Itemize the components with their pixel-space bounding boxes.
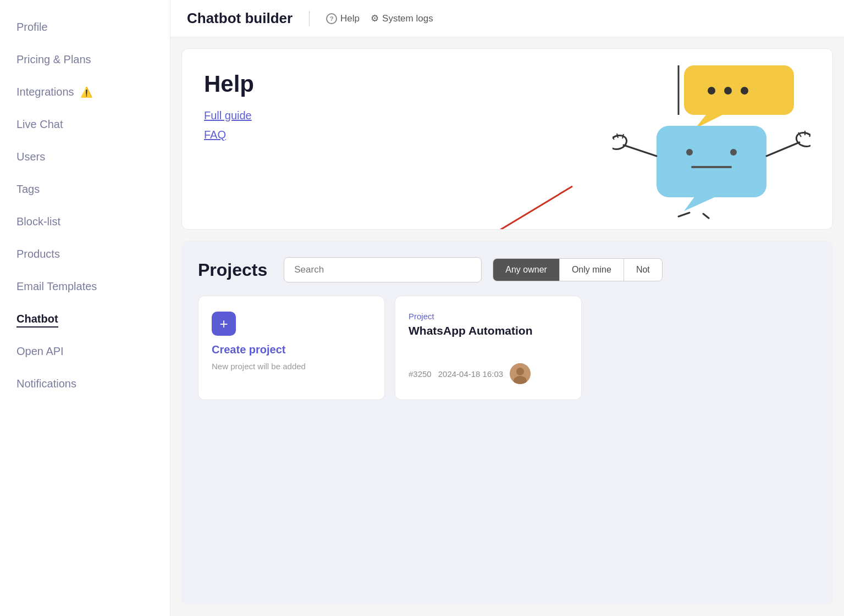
filter-not[interactable]: Not [624, 259, 662, 281]
page-title: Chatbot builder [187, 10, 293, 27]
avatar [510, 363, 531, 384]
sidebar-item-block-list[interactable]: Block-list [0, 206, 170, 238]
project-id: #3250 [409, 369, 432, 379]
svg-point-2 [708, 87, 715, 95]
sidebar-item-products[interactable]: Products [0, 238, 170, 270]
sidebar-item-chatbot[interactable]: Chatbot [0, 303, 170, 335]
warning-icon: ⚠️ [80, 87, 92, 98]
header: Chatbot builder ? Help ⚙ System logs [170, 0, 844, 37]
sidebar-item-open-api[interactable]: Open API [0, 335, 170, 368]
sidebar: Profile Pricing & Plans Integrations ⚠️ … [0, 0, 170, 616]
system-logs-link[interactable]: ⚙ System logs [371, 13, 433, 24]
svg-line-16 [766, 142, 799, 156]
svg-point-26 [516, 368, 524, 375]
svg-line-21 [678, 213, 689, 217]
svg-rect-0 [684, 65, 794, 115]
robot-illustration [613, 60, 810, 219]
svg-rect-6 [657, 126, 766, 197]
sidebar-item-email-templates[interactable]: Email Templates [0, 270, 170, 303]
sidebar-item-tags[interactable]: Tags [0, 173, 170, 206]
create-project-button[interactable]: + [212, 312, 236, 336]
create-project-label[interactable]: Create project [212, 343, 371, 356]
sidebar-item-live-chat[interactable]: Live Chat [0, 108, 170, 141]
project-name: WhatsApp Automation [409, 324, 568, 337]
project-type: Project [409, 312, 568, 321]
svg-point-12 [613, 133, 628, 151]
system-logs-label: System logs [382, 13, 433, 24]
projects-section: Projects Any owner Only mine Not + Creat… [181, 241, 833, 605]
svg-point-17 [795, 130, 810, 148]
svg-marker-7 [684, 196, 717, 211]
main-content: Chatbot builder ? Help ⚙ System logs Hel… [170, 0, 844, 616]
sidebar-item-integrations[interactable]: Integrations ⚠️ [0, 76, 170, 108]
help-label: Help [340, 13, 360, 24]
system-logs-icon: ⚙ [371, 13, 379, 24]
svg-line-24 [413, 186, 572, 230]
header-divider [309, 11, 310, 26]
create-project-card: + Create project New project will be add… [198, 296, 385, 400]
help-link[interactable]: ? Help [326, 13, 360, 24]
filter-any-owner[interactable]: Any owner [493, 259, 560, 281]
project-meta: #3250 2024-04-18 16:03 [409, 363, 568, 384]
sidebar-item-profile[interactable]: Profile [0, 11, 170, 43]
help-section: Help Full guide FAQ [181, 48, 833, 230]
svg-point-9 [730, 149, 737, 156]
sidebar-item-users[interactable]: Users [0, 141, 170, 173]
filter-only-mine[interactable]: Only mine [560, 259, 624, 281]
help-icon: ? [326, 13, 337, 24]
arrow-svg [363, 181, 583, 230]
project-date: 2024-04-18 16:03 [438, 369, 503, 379]
create-project-desc: New project will be added [212, 362, 371, 371]
svg-line-15 [622, 134, 624, 138]
projects-cards: + Create project New project will be add… [198, 296, 817, 400]
svg-point-3 [724, 87, 732, 95]
svg-line-14 [617, 134, 618, 138]
projects-header: Projects Any owner Only mine Not [198, 257, 817, 282]
project-card-whatsapp[interactable]: Project WhatsApp Automation #3250 2024-0… [395, 296, 582, 400]
svg-line-22 [703, 214, 709, 218]
projects-title: Projects [198, 260, 267, 280]
search-input[interactable] [284, 257, 482, 282]
sidebar-item-pricing[interactable]: Pricing & Plans [0, 43, 170, 76]
svg-point-4 [741, 87, 748, 95]
svg-line-11 [624, 145, 657, 156]
svg-point-8 [686, 149, 693, 156]
sidebar-item-notifications[interactable]: Notifications [0, 368, 170, 400]
filter-buttons: Any owner Only mine Not [493, 258, 663, 281]
